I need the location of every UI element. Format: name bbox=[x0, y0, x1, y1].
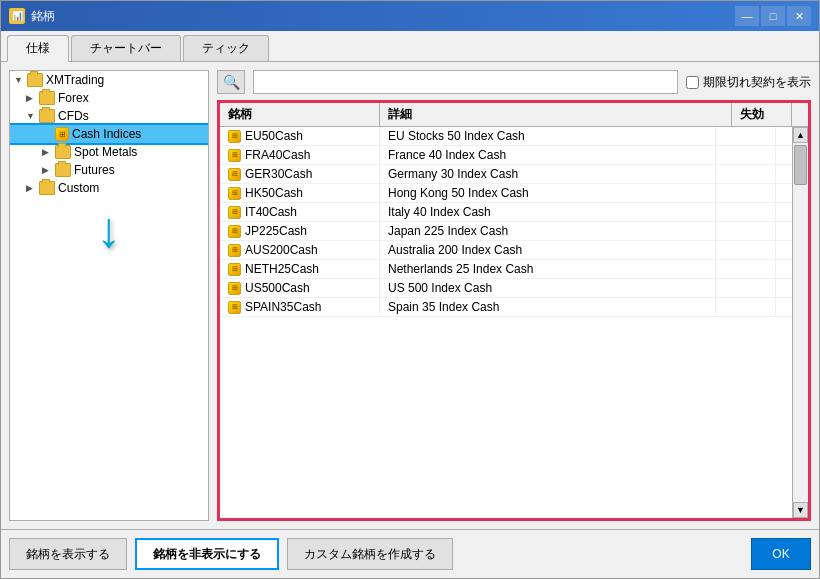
ok-button[interactable]: OK bbox=[751, 538, 811, 570]
tab-chartbar[interactable]: チャートバー bbox=[71, 35, 181, 61]
expand-icon-cfds: ▼ bbox=[26, 111, 36, 121]
scroll-thumb[interactable] bbox=[794, 145, 807, 185]
expand-icon-spot-metals: ▶ bbox=[42, 147, 52, 157]
row-icon: ⊞ bbox=[228, 187, 241, 200]
folder-icon-spot-metals bbox=[55, 145, 71, 159]
title-bar-controls: — □ ✕ bbox=[735, 6, 811, 26]
table-row[interactable]: ⊞ SPAIN35Cash Spain 35 Index Cash bbox=[220, 298, 792, 317]
table-row[interactable]: ⊞ IT40Cash Italy 40 Index Cash bbox=[220, 203, 792, 222]
symbol-table-container: 銘柄 詳細 失効 ⊞ EU50Cash EU Stocks 50 Index C… bbox=[217, 100, 811, 521]
row-icon: ⊞ bbox=[228, 206, 241, 219]
tree-item-custom[interactable]: ▶ Custom bbox=[10, 179, 208, 197]
tree-item-forex[interactable]: ▶ Forex bbox=[10, 89, 208, 107]
table-body: ⊞ EU50Cash EU Stocks 50 Index Cash ⊞ FRA… bbox=[220, 127, 792, 518]
table-row[interactable]: ⊞ GER30Cash Germany 30 Index Cash bbox=[220, 165, 792, 184]
folder-icon-cfds bbox=[39, 109, 55, 123]
row-icon: ⊞ bbox=[228, 244, 241, 257]
title-bar-left: 📊 銘柄 bbox=[9, 8, 55, 25]
expand-icon-custom: ▶ bbox=[26, 183, 36, 193]
tree-label-spot-metals: Spot Metals bbox=[74, 145, 137, 159]
cell-symbol: ⊞ EU50Cash bbox=[220, 127, 380, 145]
tree-item-spot-metals[interactable]: ▶ Spot Metals bbox=[10, 143, 208, 161]
cell-expiry bbox=[716, 146, 776, 164]
folder-icon-custom bbox=[39, 181, 55, 195]
table-row[interactable]: ⊞ AUS200Cash Australia 200 Index Cash bbox=[220, 241, 792, 260]
tab-spec[interactable]: 仕様 bbox=[7, 35, 69, 62]
tab-bar: 仕様 チャートバー ティック bbox=[1, 31, 819, 62]
expiry-checkbox-label[interactable]: 期限切れ契約を表示 bbox=[686, 74, 811, 91]
window-icon: 📊 bbox=[9, 8, 25, 24]
cell-detail: EU Stocks 50 Index Cash bbox=[380, 127, 716, 145]
tree-item-cash-indices[interactable]: ⊞ Cash Indices bbox=[10, 125, 208, 143]
scroll-track bbox=[793, 143, 808, 502]
hide-symbol-button[interactable]: 銘柄を非表示にする bbox=[135, 538, 279, 570]
create-custom-button[interactable]: カスタム銘柄を作成する bbox=[287, 538, 453, 570]
cell-symbol: ⊞ SPAIN35Cash bbox=[220, 298, 380, 316]
tree-label-forex: Forex bbox=[58, 91, 89, 105]
minimize-button[interactable]: — bbox=[735, 6, 759, 26]
cell-detail: Netherlands 25 Index Cash bbox=[380, 260, 716, 278]
scroll-up-arrow[interactable]: ▲ bbox=[793, 127, 808, 143]
cell-detail: France 40 Index Cash bbox=[380, 146, 716, 164]
table-row[interactable]: ⊞ HK50Cash Hong Kong 50 Index Cash bbox=[220, 184, 792, 203]
table-row[interactable]: ⊞ EU50Cash EU Stocks 50 Index Cash bbox=[220, 127, 792, 146]
tree-label-cfds: CFDs bbox=[58, 109, 89, 123]
cell-detail: Spain 35 Index Cash bbox=[380, 298, 716, 316]
table-row[interactable]: ⊞ US500Cash US 500 Index Cash bbox=[220, 279, 792, 298]
cell-expiry bbox=[716, 298, 776, 316]
row-icon: ⊞ bbox=[228, 168, 241, 181]
cell-expiry bbox=[716, 279, 776, 297]
scroll-down-arrow[interactable]: ▼ bbox=[793, 502, 808, 518]
tree-label-custom: Custom bbox=[58, 181, 99, 195]
cell-symbol: ⊞ NETH25Cash bbox=[220, 260, 380, 278]
col-header-symbol: 銘柄 bbox=[220, 103, 380, 126]
table-row[interactable]: ⊞ JP225Cash Japan 225 Index Cash bbox=[220, 222, 792, 241]
show-symbol-button[interactable]: 銘柄を表示する bbox=[9, 538, 127, 570]
cell-symbol: ⊞ IT40Cash bbox=[220, 203, 380, 221]
scrollbar-right: ▲ ▼ bbox=[792, 127, 808, 518]
expand-icon: ▼ bbox=[14, 75, 24, 85]
cell-symbol: ⊞ HK50Cash bbox=[220, 184, 380, 202]
table-row[interactable]: ⊞ NETH25Cash Netherlands 25 Index Cash bbox=[220, 260, 792, 279]
tree-label-futures: Futures bbox=[74, 163, 115, 177]
cell-symbol: ⊞ AUS200Cash bbox=[220, 241, 380, 259]
cell-symbol: ⊞ US500Cash bbox=[220, 279, 380, 297]
window-title: 銘柄 bbox=[31, 8, 55, 25]
arrow-container: ↓ bbox=[10, 197, 208, 271]
row-icon: ⊞ bbox=[228, 301, 241, 314]
tab-tick[interactable]: ティック bbox=[183, 35, 269, 61]
expand-icon-forex: ▶ bbox=[26, 93, 36, 103]
expiry-label: 期限切れ契約を表示 bbox=[703, 74, 811, 91]
cell-detail: Germany 30 Index Cash bbox=[380, 165, 716, 183]
table-header: 銘柄 詳細 失効 bbox=[220, 103, 808, 127]
cell-expiry bbox=[716, 203, 776, 221]
tree-label-cash-indices: Cash Indices bbox=[72, 127, 141, 141]
main-content: ▼ XMTrading ▶ Forex ▼ CFDs ⊞ Cash Indice… bbox=[1, 62, 819, 529]
tree-item-xmtrading[interactable]: ▼ XMTrading bbox=[10, 71, 208, 89]
tree-item-futures[interactable]: ▶ Futures bbox=[10, 161, 208, 179]
expiry-checkbox[interactable] bbox=[686, 76, 699, 89]
folder-icon-xmtrading bbox=[27, 73, 43, 87]
cell-expiry bbox=[716, 260, 776, 278]
folder-icon-forex bbox=[39, 91, 55, 105]
close-button[interactable]: ✕ bbox=[787, 6, 811, 26]
table-row[interactable]: ⊞ FRA40Cash France 40 Index Cash bbox=[220, 146, 792, 165]
cell-detail: Japan 225 Index Cash bbox=[380, 222, 716, 240]
cell-expiry bbox=[716, 127, 776, 145]
expand-icon-futures: ▶ bbox=[42, 165, 52, 175]
row-icon: ⊞ bbox=[228, 225, 241, 238]
cell-symbol: ⊞ FRA40Cash bbox=[220, 146, 380, 164]
cell-detail: Australia 200 Index Cash bbox=[380, 241, 716, 259]
annotation-arrow: ↓ bbox=[97, 205, 122, 255]
folder-icon-futures bbox=[55, 163, 71, 177]
search-input[interactable] bbox=[253, 70, 678, 94]
cell-detail: US 500 Index Cash bbox=[380, 279, 716, 297]
col-header-scroll bbox=[792, 103, 808, 126]
row-icon: ⊞ bbox=[228, 263, 241, 276]
maximize-button[interactable]: □ bbox=[761, 6, 785, 26]
cell-expiry bbox=[716, 184, 776, 202]
symbol-tree: ▼ XMTrading ▶ Forex ▼ CFDs ⊞ Cash Indice… bbox=[9, 70, 209, 521]
tree-item-cfds[interactable]: ▼ CFDs bbox=[10, 107, 208, 125]
search-button[interactable]: 🔍 bbox=[217, 70, 245, 94]
row-icon: ⊞ bbox=[228, 149, 241, 162]
